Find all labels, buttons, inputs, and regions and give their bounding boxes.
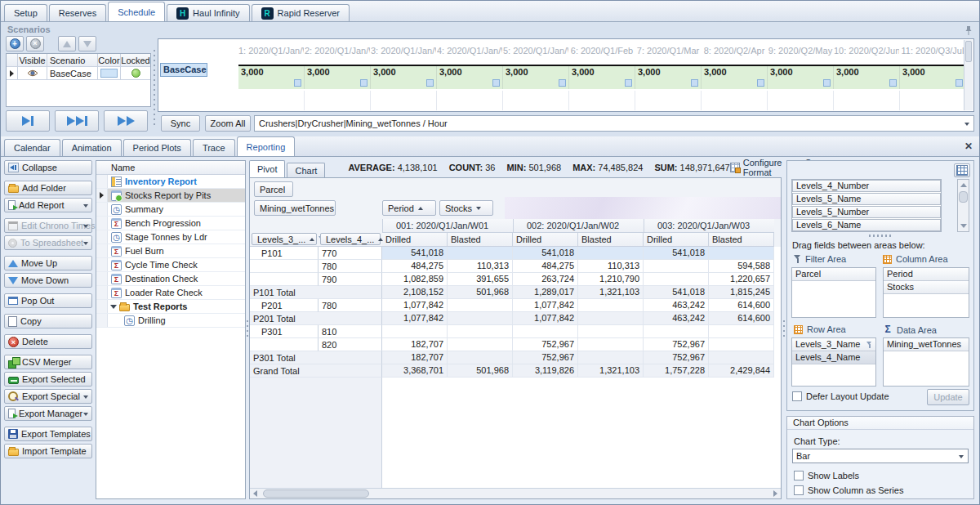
column-group-w01[interactable]: 001: 2020/Q1/Jan/W01 [382,219,513,233]
fast-forward-button[interactable] [104,110,148,132]
locked-cell[interactable] [121,67,150,80]
period-handle-icon[interactable] [691,79,698,87]
tree-item-bench-progression[interactable]: Bench Progression [96,217,245,230]
period-header[interactable]: 2: 2020/Q1/Jan/W02 [305,41,371,60]
value-cell[interactable]: 1,077,842 [513,312,578,325]
field-item[interactable]: Levels_4_Number [792,180,941,192]
value-cell[interactable]: 110,313 [578,260,644,273]
delete-scenario-button[interactable]: × [26,36,44,51]
export-manager-button[interactable]: Export Manager [4,406,92,421]
row-area-box[interactable]: Levels_3_Name Levels_4_Name [791,337,876,387]
tree-item-stage-tonnes-by-ldr[interactable]: Stage Tonnes by Ldr [96,230,245,244]
period-header[interactable]: 10: 2020/Q2/Jun [834,41,900,60]
period-header[interactable]: 4: 2020/Q1/Jan/W04 [437,41,503,60]
csv-merger-button[interactable]: CSV Merger [4,355,92,369]
field-item[interactable]: Levels_5_Name [792,193,941,205]
value-cell[interactable] [644,260,709,273]
column-field-period[interactable]: Period [382,200,436,216]
value-cell[interactable]: 541,018 [644,286,709,299]
value-cell[interactable] [578,338,644,351]
value-cell[interactable]: 2,108,152 [382,286,448,299]
sub-column-drilled[interactable]: Drilled [382,233,448,247]
export-templates-button[interactable]: Export Templates [4,427,92,441]
sub-column-drilled[interactable]: Drilled [513,233,578,247]
move-scenario-down-button[interactable] [78,36,96,51]
tree-item-inventory-report[interactable]: Inventory Report [96,175,245,189]
value-cell[interactable]: 484,275 [513,260,578,273]
period-handle-icon[interactable] [559,79,566,87]
row-header-l4[interactable]: 820 [318,338,382,351]
period-header[interactable]: 7: 2020/Q1/Mar [635,41,702,60]
period-header[interactable]: 3: 2020/Q1/Jan/W03 [371,41,437,60]
timeline-cell[interactable]: 3,000 [900,66,966,89]
value-cell[interactable]: 1,220,657 [709,273,774,286]
timeline-cell[interactable]: 3,000 [702,66,768,89]
table-row[interactable]: P101 770 541,018 541,018 541,018 [250,247,781,260]
field-list-scrollbar[interactable] [957,179,969,232]
row-header-l3[interactable] [250,273,318,286]
timeline-cell[interactable]: 3,000 [569,66,635,89]
configure-format-button[interactable]: Configure Format [730,158,782,177]
tab-haul-infinity[interactable]: HHaul Infinity [167,4,249,21]
value-cell[interactable]: 3,119,826 [513,364,578,378]
color-cell[interactable] [98,67,121,80]
scenario-timeline-splitter[interactable] [153,50,156,128]
period-handle-icon[interactable] [889,79,897,87]
value-cell[interactable]: 752,967 [513,338,578,351]
value-cell[interactable] [644,325,709,338]
timeline-cell[interactable]: 3,000 [238,66,305,89]
tab-rapid-reserver[interactable]: RRapid Reserver [252,4,350,21]
scrollbar-thumb[interactable] [959,191,968,203]
value-cell[interactable] [578,299,644,312]
layout-button[interactable] [954,163,970,177]
value-cell[interactable] [709,247,774,260]
period-handle-icon[interactable] [956,79,963,87]
table-row[interactable]: 820 182,707 752,967 752,967 [250,338,781,351]
value-cell[interactable]: 263,724 [513,273,578,286]
tree-item-drilling[interactable]: Drilling [96,314,245,328]
tree-item-fuel-burn[interactable]: Fuel Burn [96,244,245,258]
value-cell[interactable]: 1,289,017 [513,286,578,299]
total-row[interactable]: P101 Total 2,108,152 501,968 1,289,017 1… [250,286,781,299]
tab-chart[interactable]: Chart [287,163,325,177]
value-cell[interactable]: 1,210,790 [578,273,644,286]
tab-period-plots[interactable]: Period Plots [123,139,191,156]
scrollbar-thumb[interactable] [263,489,369,498]
value-cell[interactable]: 391,655 [448,273,513,286]
total-row[interactable]: P201 Total 1,077,842 1,077,842 463,242 6… [250,312,781,325]
tree-item-test-reports[interactable]: Test Reports [96,300,245,314]
to-spreadsheet-button[interactable]: To Spreadsheet [4,235,92,250]
value-cell[interactable] [382,325,448,338]
value-cell[interactable] [513,325,578,338]
value-cell[interactable]: 110,313 [448,260,513,273]
collapse-button[interactable]: Collapse [4,160,92,175]
value-cell[interactable]: 1,815,245 [709,286,774,299]
value-cell[interactable] [709,338,774,351]
sub-column-blasted[interactable]: Blasted [448,233,513,247]
value-cell[interactable]: 541,018 [382,247,448,260]
period-header[interactable]: 11: 2020/Q3/Jul [900,41,964,60]
horizontal-scrollbar[interactable] [250,488,781,498]
value-cell[interactable]: 501,968 [448,364,513,378]
value-cell[interactable]: 2,429,844 [709,364,774,378]
value-cell[interactable] [709,351,774,364]
value-cell[interactable]: 501,968 [448,286,513,299]
total-row[interactable]: P301 Total 182,707 752,967 752,967 [250,351,781,364]
period-handle-icon[interactable] [823,79,831,87]
field-list-splitter[interactable] [869,235,893,237]
value-cell[interactable]: 1,077,842 [513,299,578,312]
row-header-l3[interactable]: P101 [250,247,318,260]
value-cell[interactable] [448,312,513,325]
scroll-up-icon[interactable] [960,183,967,187]
sub-column-blasted[interactable]: Blasted [709,233,774,247]
value-cell[interactable]: 541,018 [513,247,578,260]
row-header-l3[interactable]: P201 [250,299,318,312]
timeline-cell[interactable]: 3,000 [635,66,702,89]
table-row[interactable]: P201 780 1,077,842 1,077,842 463,242 614… [250,299,781,312]
row-header-l3[interactable]: P301 [250,325,318,338]
tree-header[interactable]: Name [96,161,245,175]
tab-reporting[interactable]: Reporting [237,136,296,156]
value-cell[interactable]: 1,321,103 [578,364,644,378]
add-folder-button[interactable]: Add Folder [4,181,92,195]
move-down-button[interactable]: Move Down [4,273,92,288]
